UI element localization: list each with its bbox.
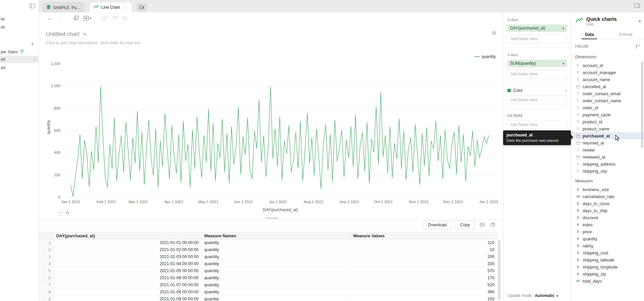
table-row[interactable]: 82021-01-08 00:00:00quantity390 — [39, 289, 497, 296]
measure-item[interactable]: #days_to_close — [571, 200, 644, 207]
table-row[interactable]: 92021-01-09 00:00:00quantity100 — [39, 296, 497, 301]
dimension-item[interactable]: Torder_contact_email — [571, 90, 644, 97]
export-chart-icon[interactable]: ▾ — [84, 16, 92, 20]
dropdown-caret-icon[interactable]: ▾ — [562, 26, 564, 30]
chevron-down-icon[interactable]: ▾ — [639, 19, 641, 23]
sidebar-item-workbook[interactable]: per Sales — [0, 48, 39, 56]
x-axis-field-pill[interactable]: DAY(purchased_at) ▾ — [507, 24, 567, 32]
dimension-item[interactable]: cancelled_at — [571, 83, 644, 90]
update-mode-value[interactable]: Automatic — [535, 293, 554, 298]
quick-charts-icon — [575, 17, 583, 25]
dimension-item[interactable]: Treview — [571, 146, 644, 154]
measure-item[interactable]: #business_size — [571, 186, 644, 193]
sort-descending-icon[interactable] — [122, 15, 127, 20]
swap-axes-icon[interactable] — [102, 15, 107, 20]
table-scrollbar[interactable] — [498, 240, 500, 300]
dimension-item[interactable]: Tproduct_name — [571, 125, 644, 132]
sidebar-item-chart[interactable]: art — [0, 64, 39, 71]
right-panel-toggle-icon[interactable] — [634, 3, 640, 9]
chart-description-placeholder[interactable]: Click to add chart description. Shift-en… — [46, 41, 141, 45]
sidebar-recent-item[interactable]: ler — [0, 15, 39, 23]
measure-item[interactable]: #shipping_latitude — [571, 256, 644, 263]
table-row[interactable]: 12021-01-01 00:00:00quantity110 — [39, 239, 497, 246]
chart-title[interactable]: Untitled chart — [46, 31, 79, 38]
table-row[interactable]: 22021-01-02 00:00:00quantity10 — [39, 246, 497, 253]
measure-item[interactable]: #discount — [571, 214, 644, 221]
measure-item[interactable]: #quantity — [571, 235, 644, 242]
quick-charts-header[interactable]: Quick charts Line ▾ — [571, 12, 644, 30]
dimension-item[interactable]: reviewed_at — [571, 154, 644, 161]
x-axis-drop-zone[interactable]: Add fields here... — [507, 35, 567, 43]
measure-item[interactable]: #days_to_ship — [571, 207, 644, 214]
dimension-item[interactable]: Taccount_id — [571, 62, 644, 69]
text-type-icon: T — [575, 127, 581, 131]
dimension-item[interactable]: Torder_contact_name — [571, 97, 644, 104]
dimension-item[interactable]: Torder_id — [571, 104, 644, 111]
dimension-item[interactable]: Tpayment_cycle — [571, 111, 644, 118]
table-row[interactable]: 72021-01-07 00:00:00quantity520 — [39, 282, 497, 289]
tab-menu-icon[interactable]: ⋮ — [122, 5, 127, 10]
tab-data[interactable]: Data — [571, 30, 608, 39]
tab-label: Line Chart — [101, 5, 120, 10]
column-header[interactable]: Measure Names — [202, 233, 351, 239]
dimension-item[interactable]: returned_at — [571, 139, 644, 146]
row-number: 5 — [39, 267, 54, 274]
measure-item[interactable]: #shipping_cost — [571, 249, 644, 256]
copy-button[interactable]: Copy — [455, 221, 475, 229]
y-tick-label: 1,000 — [42, 84, 60, 88]
back-icon[interactable]: ← — [48, 15, 53, 21]
zoom-reset-icon[interactable] — [65, 210, 70, 216]
y-tick-label: 800 — [42, 106, 60, 110]
dimension-item[interactable]: Tshipping_address — [571, 161, 644, 168]
measure-item[interactable]: =#cancellation_rate — [571, 193, 644, 200]
dimension-item[interactable]: Taccount_name — [571, 76, 644, 83]
measure-item[interactable]: =#total_days — [571, 278, 644, 285]
dropdown-caret-icon[interactable]: ▾ — [562, 62, 564, 65]
dimension-item[interactable]: Taccount_manager — [571, 69, 644, 76]
forward-icon[interactable]: → — [57, 15, 62, 21]
add-calculation-icon[interactable]: ƒ⁺ — [636, 44, 640, 49]
table-row[interactable]: 52021-01-05 00:00:00quantity570 — [39, 267, 497, 275]
duplicate-icon[interactable] — [74, 15, 79, 20]
column-header[interactable]: DAY(purchased_at) — [54, 233, 202, 239]
measure-item[interactable]: #rating — [571, 242, 644, 249]
dimension-item[interactable]: purchased_at — [571, 132, 644, 139]
y-axis-field-pill[interactable]: SUM(quantity) ▾ — [507, 60, 567, 67]
column-header[interactable]: Measure Values — [351, 233, 497, 239]
item-menu-icon[interactable]: ⋮ — [32, 57, 38, 62]
color-drop-zone[interactable]: Add fields here... — [507, 96, 567, 104]
sidebar-recent-item[interactable]: ok — [0, 23, 39, 31]
tab-sample-workbook[interactable]: SAMPLE: Pa... — [42, 2, 84, 12]
measure-item[interactable]: #shipping_longitude — [571, 263, 644, 270]
table-view-icon[interactable] — [478, 221, 486, 229]
table-row[interactable]: 42021-01-04 00:00:00quantity330 — [39, 260, 497, 267]
dimension-item[interactable]: Tshipping_city — [571, 168, 644, 175]
add-item-button[interactable]: + — [30, 41, 36, 47]
horizontal-scrollbar[interactable] — [265, 217, 278, 219]
cell-measure-value: 570 — [351, 267, 497, 274]
tab-line-chart[interactable]: Line Chart ⋮ — [90, 2, 131, 12]
sidebar-item-chart-active[interactable]: art ⋮ — [0, 56, 39, 63]
measure-item[interactable]: #index — [571, 221, 644, 228]
measure-item[interactable]: #price — [571, 228, 644, 235]
dropdown-caret-icon[interactable]: ▾ — [556, 294, 558, 298]
tab-format[interactable]: Format — [608, 30, 644, 39]
new-tab-button[interactable] — [137, 3, 147, 11]
table-row[interactable]: 32021-01-03 00:00:00quantity200 — [39, 253, 497, 260]
fields-scrollbar[interactable] — [641, 62, 643, 148]
download-button[interactable]: Download — [423, 221, 452, 229]
settings-gear-icon[interactable]: ⚙ — [492, 30, 496, 36]
measure-item[interactable]: #shipping_zip — [571, 270, 644, 278]
dimension-item[interactable]: Tproduct_id — [571, 118, 644, 125]
zoom-out-icon[interactable] — [58, 210, 63, 216]
sidebar-collapse-icon[interactable] — [30, 3, 35, 9]
filters-drop-zone[interactable]: Add fields here — [507, 120, 567, 129]
line-chart-plot[interactable] — [64, 64, 497, 198]
sort-ascending-icon[interactable] — [112, 15, 117, 20]
chart-card: Untitled chart ✎ Click to add chart desc… — [39, 23, 503, 220]
fullscreen-icon[interactable] — [489, 221, 496, 229]
table-row[interactable]: 62021-01-06 00:00:00quantity170 — [39, 275, 497, 282]
y-axis-drop-zone[interactable]: Add fields here... — [507, 70, 567, 78]
chevron-down-icon[interactable]: ▾ — [565, 89, 567, 93]
edit-pencil-icon[interactable]: ✎ — [83, 32, 87, 37]
